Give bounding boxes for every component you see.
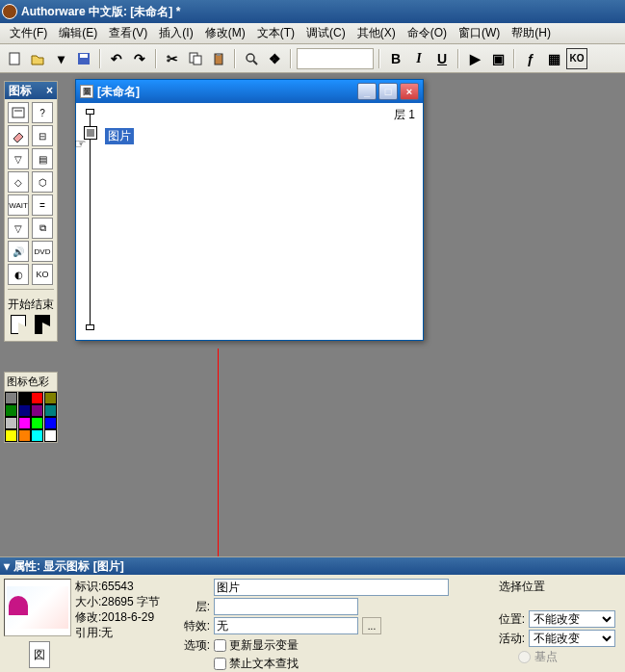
func-icon[interactable]: ƒ	[520, 48, 541, 69]
color-swatch[interactable]	[31, 417, 43, 429]
sound-icon[interactable]: 🔊	[8, 241, 29, 262]
color-swatch[interactable]	[44, 417, 57, 429]
color-swatch[interactable]	[5, 392, 17, 404]
run-icon[interactable]: ▶	[464, 48, 485, 69]
properties-header[interactable]: ▾ 属性: 显示图标 [图片]	[0, 557, 625, 575]
start-flag-icon[interactable]	[8, 315, 29, 338]
color-swatch[interactable]	[31, 429, 43, 442]
menu-window[interactable]: 窗口(W)	[453, 23, 506, 43]
display-node-icon[interactable]	[84, 126, 97, 140]
flowline-line	[90, 109, 91, 330]
color-grid	[5, 392, 57, 442]
end-flag-icon[interactable]	[32, 315, 53, 338]
sub-icon[interactable]: 図	[29, 641, 50, 668]
open-icon[interactable]	[27, 48, 48, 69]
menu-modify[interactable]: 修改(M)	[199, 23, 251, 43]
no-text-search-checkbox[interactable]	[214, 658, 226, 670]
menu-others[interactable]: 其他(X)	[352, 23, 402, 43]
palette-header[interactable]: 图标 ×	[5, 82, 57, 99]
menu-text[interactable]: 文本(T)	[251, 23, 300, 43]
active-label: 活动:	[499, 631, 525, 647]
save-icon[interactable]	[73, 48, 94, 69]
end-label: 结束	[31, 297, 54, 313]
var-icon[interactable]: ▦	[543, 48, 564, 69]
color-swatch[interactable]	[44, 404, 57, 417]
ko-icon[interactable]: KO	[566, 48, 587, 69]
motion-icon[interactable]: ?	[32, 102, 53, 123]
position-select[interactable]: 不能改变	[529, 610, 615, 628]
wait-icon[interactable]: WAIT	[8, 194, 29, 216]
color-swatch[interactable]	[18, 392, 31, 404]
flowline-titlebar[interactable]: 圖 [未命名] _ □ ×	[76, 80, 423, 103]
effect-browse-button[interactable]: ...	[362, 617, 381, 634]
map-icon[interactable]: ▽	[8, 218, 29, 239]
menu-insert[interactable]: 插入(I)	[153, 23, 198, 43]
interaction-icon[interactable]: ⬡	[32, 171, 53, 193]
color-palette-label: 图标色彩	[5, 373, 57, 392]
color-swatch[interactable]	[44, 429, 57, 442]
dvd-icon[interactable]: DVD	[32, 241, 53, 262]
properties-panel: ▾ 属性: 显示图标 [图片] 図 标识:65543 大小:28695 字节 修…	[0, 556, 625, 672]
svg-line-8	[253, 61, 257, 65]
cut-icon[interactable]: ✂	[162, 48, 183, 69]
menu-commands[interactable]: 命令(O)	[402, 23, 453, 43]
palette-close-icon[interactable]: ×	[46, 84, 53, 97]
undo-icon[interactable]: ↶	[106, 48, 127, 69]
node-label[interactable]: 图片	[105, 128, 134, 144]
active-select[interactable]: 不能改变	[529, 630, 615, 647]
menu-file[interactable]: 文件(F)	[4, 23, 53, 43]
menu-view[interactable]: 查看(V)	[103, 23, 153, 43]
redo-icon[interactable]: ↷	[129, 48, 150, 69]
svg-rect-0	[10, 53, 19, 65]
menu-edit[interactable]: 编辑(E)	[53, 23, 103, 43]
movie-icon[interactable]: ⧉	[32, 218, 53, 239]
maximize-icon[interactable]: □	[378, 83, 398, 100]
copy-icon[interactable]	[185, 48, 206, 69]
underline-button[interactable]: U	[431, 48, 453, 69]
italic-button[interactable]: I	[408, 48, 430, 69]
paste-icon[interactable]	[208, 48, 229, 69]
bold-button[interactable]: B	[385, 48, 406, 69]
video-icon[interactable]: ◐	[8, 264, 29, 285]
color-swatch[interactable]	[5, 417, 17, 429]
effect-field[interactable]	[214, 617, 358, 634]
control-panel-icon[interactable]: ▣	[487, 48, 508, 69]
color-swatch[interactable]	[18, 429, 31, 442]
collapse-icon[interactable]: ▾	[4, 559, 10, 573]
framework-icon[interactable]: ▤	[32, 148, 53, 169]
document-icon: 圖	[80, 85, 93, 98]
color-swatch[interactable]	[5, 404, 17, 417]
layer-field[interactable]	[214, 598, 358, 615]
basepoint-label: 基点	[534, 649, 558, 665]
flowline-body[interactable]: 层 1 ☞ 图片	[76, 103, 423, 340]
close-icon[interactable]: ×	[400, 83, 419, 100]
color-swatch[interactable]	[5, 429, 17, 442]
menu-help[interactable]: 帮助(H)	[506, 23, 557, 43]
title-text: Authorware 中文版: [未命名] *	[21, 4, 180, 20]
decision-icon[interactable]: ◇	[8, 171, 29, 193]
name-field[interactable]	[214, 579, 449, 596]
calc-icon[interactable]: =	[32, 194, 53, 216]
new-icon[interactable]	[4, 48, 25, 69]
color-swatch[interactable]	[18, 417, 31, 429]
ko-palette-icon[interactable]: KO	[32, 264, 53, 285]
library-icon[interactable]: ❖	[264, 48, 285, 69]
menu-debug[interactable]: 调试(C)	[300, 23, 352, 43]
color-swatch[interactable]	[44, 392, 57, 404]
erase-icon[interactable]	[8, 125, 29, 146]
find-icon[interactable]	[241, 48, 262, 69]
update-vars-checkbox[interactable]	[214, 639, 226, 652]
nav-icon[interactable]: ▽	[8, 148, 29, 169]
svg-rect-6	[217, 53, 221, 56]
open-dropdown-icon[interactable]: ▾	[50, 48, 71, 69]
options-label: 选项:	[175, 636, 210, 654]
font-dropdown[interactable]	[297, 48, 374, 69]
thumbnail[interactable]	[4, 579, 71, 636]
display-icon[interactable]	[8, 102, 29, 123]
wait-mini-icon[interactable]: ⊟	[32, 125, 53, 146]
minimize-icon[interactable]: _	[357, 83, 377, 100]
flow-start-icon	[86, 109, 94, 115]
color-swatch[interactable]	[31, 392, 43, 404]
color-swatch[interactable]	[18, 404, 31, 417]
color-swatch[interactable]	[31, 404, 43, 417]
